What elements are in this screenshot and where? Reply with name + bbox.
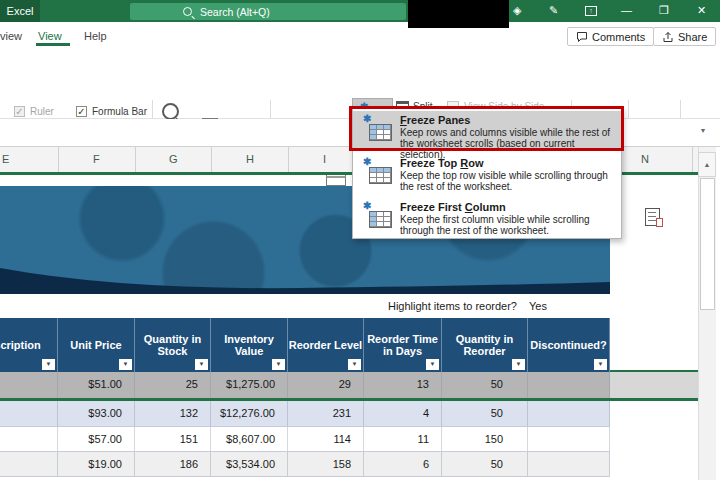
cell[interactable]: 231: [288, 401, 364, 426]
cell[interactable]: 150: [442, 427, 528, 451]
filter-icon[interactable]: ▼: [195, 359, 208, 370]
freeze-top-row-menu-icon: ✱: [364, 163, 390, 183]
filter-icon[interactable]: ▼: [426, 359, 439, 370]
formula-bar-checkbox[interactable]: [76, 106, 87, 117]
column-heading-n[interactable]: N: [641, 153, 649, 165]
cell[interactable]: [0, 372, 58, 398]
close-button[interactable]: ✕: [697, 4, 706, 17]
menu-item-freeze-panes[interactable]: ✱ Freeze Panes Keep rows and columns vis…: [353, 111, 621, 151]
comment-icon: [576, 31, 588, 43]
freeze-panes-menu: ✱ Freeze Panes Keep rows and columns vis…: [352, 108, 622, 239]
header-reorder-time[interactable]: Reorder Time in Days▼: [364, 318, 442, 372]
zoom-icon: [162, 103, 179, 120]
cell[interactable]: 11: [364, 427, 442, 451]
ruler-checkbox[interactable]: [14, 106, 25, 117]
cell[interactable]: 29: [288, 372, 364, 398]
cell[interactable]: [528, 372, 610, 398]
cell[interactable]: 50: [442, 452, 528, 476]
cell[interactable]: 6: [364, 452, 442, 476]
draw-pencil-icon[interactable]: ✎: [549, 4, 558, 17]
column-heading-f[interactable]: F: [93, 153, 100, 165]
share-button[interactable]: Share: [653, 27, 716, 46]
redacted-area: [408, 0, 509, 28]
header-reorder-level[interactable]: Reorder Level▼: [288, 318, 364, 372]
cell[interactable]: 50: [442, 372, 528, 398]
cell[interactable]: [528, 452, 610, 476]
cell[interactable]: [0, 427, 58, 451]
column-heading-i[interactable]: I: [323, 153, 326, 165]
header-description[interactable]: Description ▼: [0, 318, 58, 372]
scrollbar-up-icon[interactable]: ▲: [698, 152, 716, 177]
selected-row-extension: [610, 372, 698, 398]
cell[interactable]: 132: [135, 401, 211, 426]
filter-icon[interactable]: ▼: [594, 359, 607, 370]
image-wave-band: [0, 264, 610, 294]
cell[interactable]: $8,607.00: [211, 427, 288, 451]
column-separator: [135, 147, 136, 172]
cell[interactable]: 4: [364, 401, 442, 426]
column-separator: [692, 147, 693, 172]
excel-window: Excel Search (Alt+Q) ◈ ✎ ↑ — ❐ ✕ Review …: [0, 0, 720, 480]
ribbon-display-options-icon[interactable]: ↑: [585, 6, 597, 16]
cell[interactable]: $1,275.00: [211, 372, 288, 398]
column-separator: [288, 147, 289, 172]
filter-icon[interactable]: ▼: [512, 359, 525, 370]
tab-review-partial[interactable]: Review: [0, 30, 22, 42]
share-icon: [662, 31, 674, 43]
cell[interactable]: $19.00: [58, 452, 135, 476]
highlight-question-row: Highlight items to reorder? Yes: [0, 294, 698, 318]
scrollbar-thumb[interactable]: [700, 178, 715, 310]
minimize-button[interactable]: —: [621, 4, 632, 16]
header-inventory-value[interactable]: Inventory Value▼: [211, 318, 288, 372]
cell[interactable]: 151: [135, 427, 211, 451]
search-input[interactable]: Search (Alt+Q): [130, 3, 406, 20]
cell[interactable]: $93.00: [58, 401, 135, 426]
search-placeholder: Search (Alt+Q): [200, 6, 270, 18]
header-unit-price[interactable]: Unit Price▼: [58, 318, 135, 372]
restore-button[interactable]: ❐: [659, 4, 669, 17]
table-row[interactable]: $51.00 25 $1,275.00 29 13 50: [0, 372, 610, 398]
expand-formula-bar-icon[interactable]: ▾: [701, 126, 705, 135]
column-heading-h[interactable]: H: [246, 153, 254, 165]
filter-icon[interactable]: ▼: [42, 359, 55, 370]
cell[interactable]: 186: [135, 452, 211, 476]
filter-icon[interactable]: ▼: [119, 359, 132, 370]
highlight-question: Highlight items to reorder?: [367, 300, 517, 312]
cell[interactable]: 50: [442, 401, 528, 426]
cell[interactable]: [0, 452, 58, 476]
freeze-line-segment: [610, 370, 698, 372]
cell[interactable]: 13: [364, 372, 442, 398]
cell[interactable]: [528, 401, 610, 426]
column-heading-e[interactable]: E: [2, 153, 9, 165]
column-separator: [211, 147, 212, 172]
header-discontinued[interactable]: Discontinued?▼: [528, 318, 610, 372]
table-row[interactable]: $19.00 186 $3,534.00 158 6 50: [0, 452, 610, 477]
header-quantity-in-stock[interactable]: Quantity in Stock▼: [135, 318, 211, 372]
cell[interactable]: [0, 401, 58, 426]
cell[interactable]: $57.00: [58, 427, 135, 451]
table-row[interactable]: $93.00 132 $12,276.00 231 4 50: [0, 401, 610, 427]
cell[interactable]: 158: [288, 452, 364, 476]
header-quantity-in-reorder[interactable]: Quantity in Reorder▼: [442, 318, 528, 372]
cell[interactable]: [528, 427, 610, 451]
menu-item-freeze-first-column[interactable]: ✱ Freeze First Column Keep the first col…: [353, 197, 621, 240]
column-separator: [58, 147, 59, 172]
menu-item-freeze-top-row[interactable]: ✱ Freeze Top Row Keep the top row visibl…: [353, 153, 621, 196]
tab-help[interactable]: Help: [84, 30, 107, 42]
table-row[interactable]: $57.00 151 $8,607.00 114 11 150: [0, 427, 610, 452]
cell[interactable]: 25: [135, 372, 211, 398]
column-heading-g[interactable]: G: [169, 153, 178, 165]
title-bar: Excel Search (Alt+Q) ◈ ✎ ↑ — ❐ ✕: [0, 0, 720, 22]
comments-button[interactable]: Comments: [567, 27, 654, 46]
freeze-first-column-menu-icon: ✱: [364, 207, 390, 227]
premium-gem-icon[interactable]: ◈: [513, 4, 521, 17]
filter-icon[interactable]: ▼: [272, 359, 285, 370]
cell[interactable]: 114: [288, 427, 364, 451]
cell[interactable]: $3,534.00: [211, 452, 288, 476]
ribbon-tab-row: Review View Help Comments Share: [0, 22, 720, 48]
tab-view[interactable]: View: [38, 30, 62, 42]
cell[interactable]: $51.00: [58, 372, 135, 398]
search-icon: [183, 7, 192, 16]
cell[interactable]: $12,276.00: [211, 401, 288, 426]
filter-icon[interactable]: ▼: [348, 359, 361, 370]
